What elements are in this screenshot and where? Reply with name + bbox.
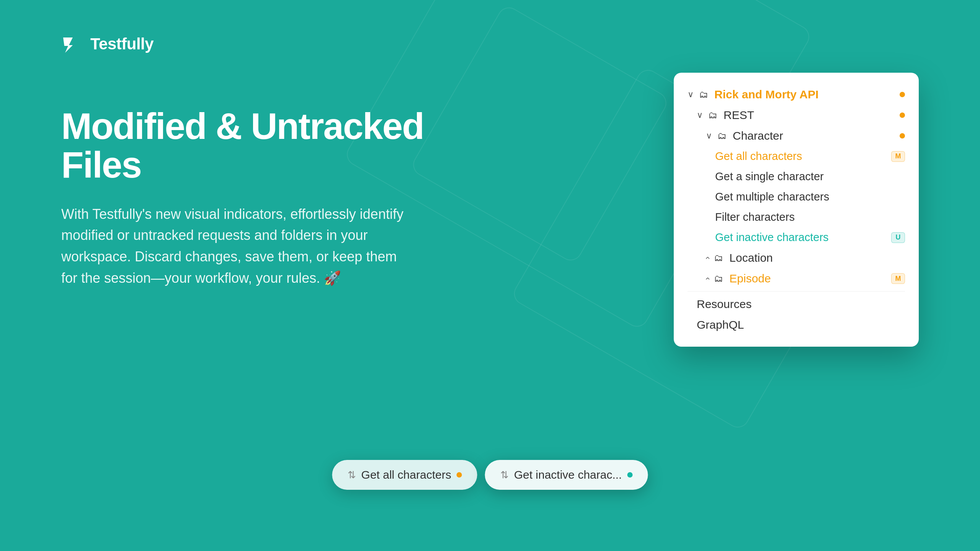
modified-dot bbox=[900, 112, 905, 118]
tab-get-all-characters[interactable]: ⇅ Get all characters bbox=[332, 460, 477, 490]
method-badge-u: U bbox=[891, 232, 905, 243]
panel-area: ∨ 🗂 Rick and Morty API ∨ 🗂 REST ∨ 🗂 Char… bbox=[674, 73, 919, 347]
folder-icon: 🗂 bbox=[714, 273, 723, 284]
tree-item-get-single-character[interactable]: Get a single character bbox=[674, 166, 919, 187]
tree-label-get-multiple-characters: Get multiple characters bbox=[715, 191, 905, 203]
tree-label-get-all-characters: Get all characters bbox=[715, 150, 905, 163]
tree-item-filter-characters[interactable]: Filter characters bbox=[674, 207, 919, 227]
tree-label-character: Character bbox=[733, 129, 905, 142]
folder-icon: 🗂 bbox=[699, 89, 708, 100]
tab-label-get-inactive: Get inactive charac... bbox=[514, 468, 622, 481]
tree-label-location: Location bbox=[729, 251, 905, 264]
tree-item-location[interactable]: › 🗂 Location bbox=[674, 248, 919, 268]
tab-dot-teal bbox=[627, 472, 632, 478]
tree-item-rest[interactable]: ∨ 🗂 REST bbox=[674, 105, 919, 126]
modified-dot bbox=[900, 133, 905, 139]
brand-name: Testfully bbox=[90, 35, 154, 53]
bg-decoration-3 bbox=[409, 3, 670, 264]
tree-label-rest: REST bbox=[724, 109, 905, 122]
page-headline: Modified & Untracked Files bbox=[61, 107, 429, 184]
tree-label-get-inactive-characters: Get inactive characters bbox=[715, 231, 905, 244]
tree-item-graphql[interactable]: GraphQL bbox=[674, 315, 919, 335]
tree-item-rick-morty[interactable]: ∨ 🗂 Rick and Morty API bbox=[674, 84, 919, 105]
tree-item-get-inactive-characters[interactable]: Get inactive characters U bbox=[674, 227, 919, 248]
folder-icon: 🗂 bbox=[717, 130, 727, 141]
method-badge-episode-m: M bbox=[891, 273, 905, 284]
bottom-tabs: ⇅ Get all characters ⇅ Get inactive char… bbox=[332, 460, 648, 490]
page-subtitle: With Testfully's new visual indicators, … bbox=[61, 204, 413, 289]
tab-dot-orange bbox=[457, 472, 462, 478]
tree-item-resources[interactable]: Resources bbox=[674, 294, 919, 315]
chevron-right-icon: › bbox=[702, 277, 712, 280]
tab-get-inactive-characters[interactable]: ⇅ Get inactive charac... bbox=[485, 460, 648, 490]
sort-icon: ⇅ bbox=[500, 469, 509, 481]
hero-content: Modified & Untracked Files With Testfull… bbox=[61, 107, 429, 289]
chevron-icon: ∨ bbox=[706, 131, 712, 141]
folder-icon: 🗂 bbox=[708, 110, 717, 121]
chevron-icon: ∨ bbox=[697, 110, 703, 120]
tree-label-get-single-character: Get a single character bbox=[715, 170, 905, 183]
modified-dot bbox=[900, 92, 905, 97]
tree-item-get-multiple-characters[interactable]: Get multiple characters bbox=[674, 187, 919, 207]
tree-item-get-all-characters[interactable]: Get all characters M bbox=[674, 146, 919, 166]
tree-item-character[interactable]: ∨ 🗂 Character bbox=[674, 126, 919, 146]
folder-icon: 🗂 bbox=[714, 253, 723, 263]
tree-label-filter-characters: Filter characters bbox=[715, 211, 905, 223]
tab-label-get-all: Get all characters bbox=[361, 468, 451, 481]
sort-icon: ⇅ bbox=[348, 469, 356, 481]
file-tree-panel: ∨ 🗂 Rick and Morty API ∨ 🗂 REST ∨ 🗂 Char… bbox=[674, 73, 919, 347]
method-badge-m: M bbox=[891, 151, 905, 162]
divider bbox=[688, 291, 905, 292]
tree-label-resources: Resources bbox=[697, 298, 905, 311]
logo-area: Testfully bbox=[61, 34, 154, 54]
brand-logo-icon bbox=[61, 34, 84, 54]
chevron-icon: ∨ bbox=[688, 90, 694, 99]
tree-label-graphql: GraphQL bbox=[697, 318, 905, 331]
chevron-right-icon: › bbox=[702, 256, 712, 259]
tree-label-episode: Episode bbox=[729, 272, 905, 285]
tree-item-episode[interactable]: › 🗂 Episode M bbox=[674, 268, 919, 289]
tree-label-rick-morty: Rick and Morty API bbox=[714, 88, 905, 101]
